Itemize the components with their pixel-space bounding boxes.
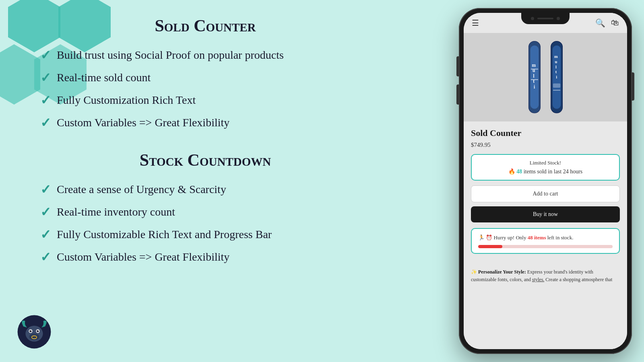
feature-item: ✓ Fully Customization Rich Text [40,93,370,108]
notch-camera [531,17,534,20]
sold-counter-widget: Limited Stock! 🔥 48 items sold in last 2… [471,154,620,181]
check-icon: ✓ [40,93,51,108]
feature-text: Real-time inventory count [57,206,175,218]
feature-item: ✓ Fully Customizable Rich Text and Progr… [40,227,370,242]
svg-rect-21 [553,90,560,90]
svg-rect-15 [530,69,538,70]
svg-point-2 [29,334,39,340]
sold-counter-suffix: items sold in last 24 hours [524,169,583,175]
feature-text: Real-time sold count [57,71,151,84]
feature-text: Build trust using Social Proof on popula… [57,49,284,62]
check-icon: ✓ [40,182,51,197]
stock-countdown-text: 🏃 ⏰ Hurry up! Only 48 items left in stoc… [478,234,613,242]
stock-countdown-widget: 🏃 ⏰ Hurry up! Only 48 items left in stoc… [471,228,620,254]
feature-item: ✓ Custom Variables => Great Flexibility [40,115,370,130]
product-name: Sold Counter [471,128,620,138]
buy-now-button[interactable]: Buy it now [471,206,620,222]
stock-text-suffix: left in stock. [546,234,574,241]
feature-item: ✓ Create a sense of Urgency & Scarcity [40,182,370,197]
check-icon: ✓ [40,70,51,85]
sold-count-number: 48 [516,169,522,175]
stock-countdown-title: Stock Countdown [40,150,370,170]
check-icon: ✓ [40,47,51,63]
personalize-bold-text: ✨ Personalize Your Style: [471,269,526,275]
phone-notch [521,13,570,24]
phone-outer-frame: ☰ 🔍 🛍 m [459,8,632,354]
left-content: Sold Counter ✓ Build trust using Social … [40,16,370,285]
product-price: $749.95 [471,142,620,148]
feature-text: Custom Variables => Great Flexibility [57,251,229,263]
personalize-section: ✨ Personalize Your Style: Express your b… [464,264,627,288]
feature-item: ✓ Custom Variables => Great Flexibility [40,249,370,265]
feature-text: Create a sense of Urgency & Scarcity [57,183,226,196]
feature-item: ✓ Real-time inventory count [40,204,370,220]
svg-point-8 [37,330,39,332]
feature-text: Fully Customization Rich Text [57,94,196,107]
notch-speaker [537,18,553,19]
fire-emoji: 🔥 [508,169,517,175]
hamburger-icon[interactable]: ☰ [472,18,479,28]
sold-counter-title: Sold Counter [40,16,370,35]
check-icon: ✓ [40,204,51,220]
stock-count: 48 items [528,234,546,241]
svg-point-7 [29,330,31,332]
stock-countdown-features: ✓ Create a sense of Urgency & Scarcity ✓… [40,182,370,265]
feature-text: Fully Customizable Rich Text and Progres… [57,228,272,241]
notch-sensor [557,17,560,20]
feature-item: ✓ Real-time sold count [40,70,370,85]
personalize-body2: Create a shopping atmosphere that [545,277,612,282]
running-emoji: 🏃 ⏰ [478,234,494,241]
phone-screen: ☰ 🔍 🛍 m [464,13,627,349]
check-icon: ✓ [40,115,51,130]
check-icon: ✓ [40,227,51,242]
stock-progress-bar [478,245,613,248]
product-image: m u l t i m u [524,37,567,121]
bull-logo [16,314,52,350]
phone-mockup: ☰ 🔍 🛍 m [459,8,632,354]
check-icon: ✓ [40,249,51,265]
sold-counter-widget-title: Limited Stock! [478,160,613,166]
feature-item: ✓ Build trust using Social Proof on popu… [40,47,370,63]
sold-counter-features: ✓ Build trust using Social Proof on popu… [40,47,370,130]
sold-counter-widget-body: 🔥 48 items sold in last 24 hours [478,168,613,175]
phone-header-icons: 🔍 🛍 [595,18,619,28]
svg-point-10 [38,330,39,331]
phone-content: m u l t i m u [464,33,627,349]
svg-rect-16 [530,79,538,80]
search-icon[interactable]: 🔍 [595,18,605,28]
svg-point-9 [31,330,31,331]
stock-text-prefix: Hurry up! Only [494,234,528,241]
product-image-area: m u l t i m u [464,33,627,121]
product-info: Sold Counter $749.95 Limited Stock! 🔥 48… [464,121,627,264]
svg-rect-20 [553,84,560,88]
feature-text: Custom Variables => Great Flexibility [57,116,229,129]
stock-progress-fill [478,245,502,248]
personalize-underlined: styles. [532,277,544,282]
personalize-text: ✨ Personalize Your Style: Express your b… [471,268,620,284]
add-to-cart-button[interactable]: Add to cart [471,185,620,202]
phone-top-bar: ☰ 🔍 🛍 [464,13,627,33]
cart-icon[interactable]: 🛍 [611,18,619,28]
